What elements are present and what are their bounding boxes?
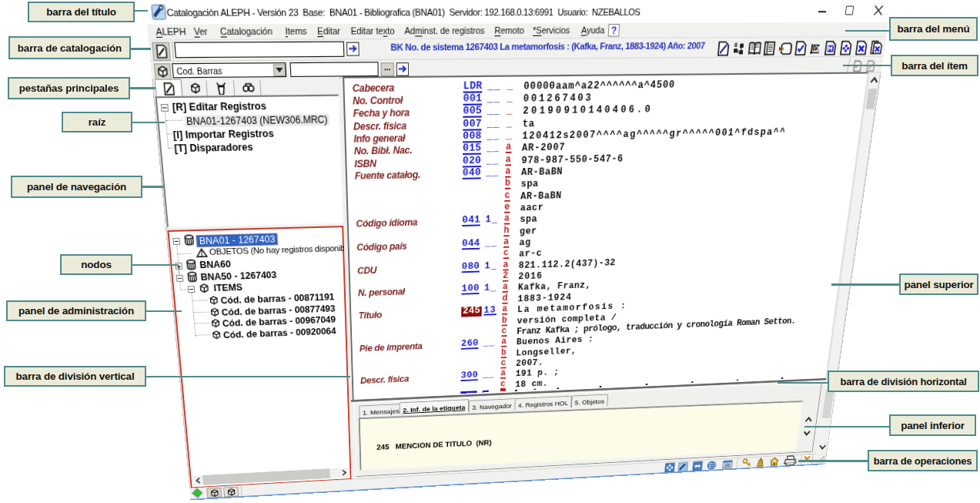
svg-text:8: 8 bbox=[734, 41, 738, 48]
